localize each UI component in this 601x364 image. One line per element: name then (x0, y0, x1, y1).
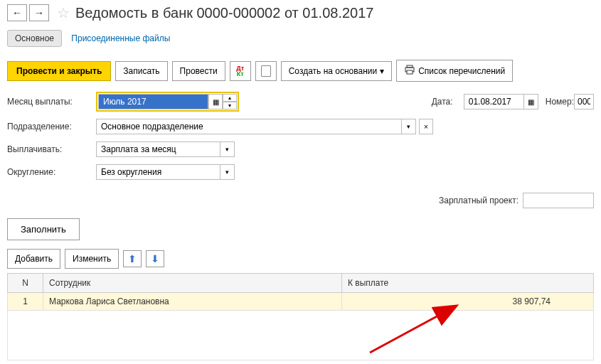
document-button[interactable] (255, 61, 277, 81)
pay-type-input[interactable] (96, 141, 220, 157)
row-n: 1 (8, 293, 43, 311)
salary-project-input[interactable] (523, 193, 594, 208)
date-label: Дата: (432, 97, 464, 107)
svg-rect-2 (407, 70, 413, 74)
payout-table: N Сотрудник К выплате 1 Маркова Лариса С… (7, 273, 594, 360)
row-amount: 38 907,74 (342, 293, 594, 311)
chevron-down-icon: ▾ (380, 66, 384, 76)
arrow-up-icon: ⬆ (128, 253, 137, 264)
post-button[interactable]: Провести (172, 61, 225, 81)
month-spinner: ▴ ▾ (223, 94, 237, 109)
save-button[interactable]: Записать (115, 61, 167, 81)
col-header-n[interactable]: N (8, 274, 43, 293)
salary-project-label: Зарплатный проект: (439, 196, 518, 205)
number-input[interactable] (574, 94, 594, 109)
pay-type-dropdown-button[interactable]: ▾ (220, 141, 235, 157)
rounding-dropdown-button[interactable]: ▾ (220, 164, 235, 180)
back-button[interactable]: ← (7, 4, 27, 21)
date-calendar-button[interactable]: ▦ (524, 94, 538, 109)
pay-label: Выплачивать: (7, 144, 96, 154)
page-title: Ведомость в банк 0000-000002 от 01.08.20… (75, 5, 373, 21)
col-header-payout[interactable]: К выплате (342, 274, 594, 293)
list-transfers-button[interactable]: Список перечислений (396, 60, 513, 82)
month-calendar-button[interactable]: ▦ (208, 94, 223, 109)
department-label: Подразделение: (7, 122, 96, 132)
document-icon (261, 65, 271, 77)
month-down-button[interactable]: ▾ (223, 102, 237, 109)
table-row[interactable]: 1 Маркова Лариса Светлановна 38 907,74 (8, 293, 594, 311)
month-label: Месяц выплаты: (7, 97, 96, 107)
number-label: Номер: (546, 97, 574, 107)
tab-attached-files[interactable]: Присоединенные файлы (67, 31, 174, 46)
add-button[interactable]: Добавить (7, 249, 60, 269)
edit-button[interactable]: Изменить (65, 249, 119, 269)
department-clear-button[interactable]: × (419, 119, 433, 134)
star-icon[interactable]: ☆ (57, 4, 70, 21)
month-up-button[interactable]: ▴ (223, 94, 237, 102)
create-based-on-button[interactable]: Создать на основании ▾ (281, 61, 393, 81)
calendar-icon: ▦ (528, 98, 534, 106)
month-input[interactable] (98, 94, 208, 109)
post-and-close-button[interactable]: Провести и закрыть (7, 61, 111, 81)
empty-row (8, 311, 594, 360)
printer-icon (404, 65, 415, 77)
month-highlight: ▦ ▴ ▾ (96, 92, 239, 112)
move-up-button[interactable]: ⬆ (123, 250, 142, 267)
rounding-input[interactable] (96, 164, 220, 180)
arrow-down-icon: ⬇ (151, 253, 159, 264)
col-header-employee[interactable]: Сотрудник (43, 274, 342, 293)
rounding-label: Округление: (7, 167, 96, 177)
row-employee: Маркова Лариса Светлановна (43, 293, 342, 311)
move-down-button[interactable]: ⬇ (146, 250, 164, 267)
fill-button[interactable]: Заполнить (7, 218, 80, 240)
date-input[interactable] (464, 94, 524, 109)
tab-main[interactable]: Основное (7, 30, 62, 47)
dt-kt-icon: ДтКт (236, 65, 244, 77)
department-dropdown-button[interactable]: ▾ (402, 119, 416, 134)
calendar-icon: ▦ (213, 98, 219, 106)
dt-kt-button[interactable]: ДтКт (230, 61, 251, 81)
department-input[interactable] (96, 119, 402, 134)
forward-button[interactable]: → (29, 4, 49, 21)
